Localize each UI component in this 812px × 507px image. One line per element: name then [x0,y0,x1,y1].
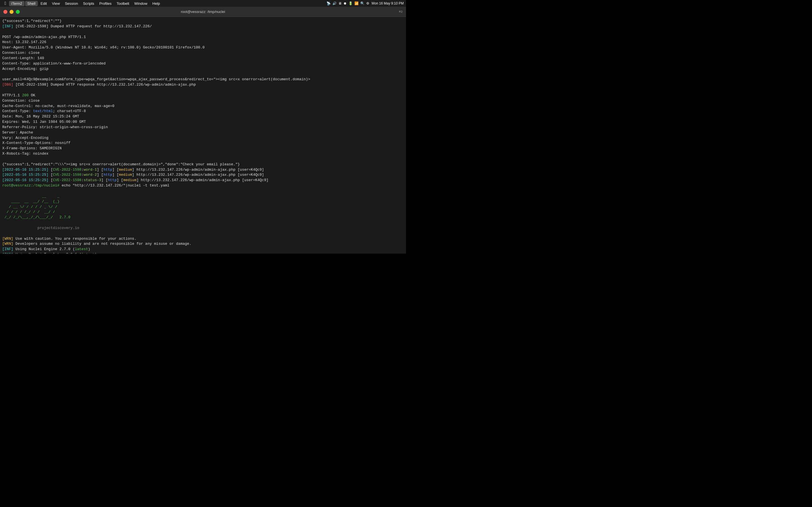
menubar:  iTerm2 Shell Edit View Session Scripts… [0,0,406,7]
line-18: Referrer-Policy: strict-origin-when-cros… [2,125,404,130]
menubar-shell[interactable]: Shell [25,1,38,6]
logo-line-2: ____ __ __/ /__ (_) [2,199,404,205]
line-blank-2 [2,71,404,77]
logo-line-3: / __ \/ / / / / _ \/ / [2,205,404,210]
line-10: user_mail=K4Qc9@example.com&form_type=wp… [2,77,404,82]
logo-line-5: /_/ /_/\__,_/_/\___/_/ 2.7.0 [2,215,404,220]
line-6: Connection: close [2,50,404,56]
display-icon: 🖥 [338,1,342,5]
line-3: POST /wp-admin/admin-ajax.php HTTP/1.1 [2,35,404,40]
battery-icon: 🔋 [349,1,353,5]
apple-menu[interactable]:  [2,1,8,6]
line-23: X-Robots-Tag: noindex [2,151,404,157]
line-21: X-Content-Type-Options: nosniff [2,140,404,146]
terminal-content[interactable]: {"success":1,"redirect":""} [INF] [CVE-2… [0,17,406,253]
logo-line-1: __ _ [2,194,404,199]
record-icon: ⏺ [343,1,347,5]
line-27: [2022-05-16 15:25:25] [CVE-2022-1598:sta… [2,178,404,183]
close-button[interactable] [3,10,7,14]
line-20: Vary: Accept-Encoding [2,135,404,141]
line-blank-5 [2,188,404,194]
line-4: Host: 13.232.147.226 [2,40,404,45]
line-26: [2022-05-16 15:25:25] [CVE-2022-1598:wor… [2,172,404,178]
line-blank-1 [2,29,404,35]
menubar-session[interactable]: Session [63,1,80,6]
kbd-indicator: ⌘2 [399,10,403,13]
line-16: Date: Mon, 16 May 2022 15:25:24 GMT [2,114,404,119]
line-5: User-Agent: Mozilla/5.0 (Windows NT 10.0… [2,45,404,50]
datetime: Mon 16 May 9:10 PM [371,1,404,5]
menubar-iterm2[interactable]: iTerm2 [9,1,24,6]
menubar-toolbelt[interactable]: Toolbelt [114,1,132,6]
terminal-window: root@vessrazz: /tmp/nuclei ⌘2 {"success"… [0,7,406,253]
control-center-icon[interactable]: ⚙ [366,1,369,5]
logo-line-4: / / / / /_/ / / __/ / [2,210,404,215]
line-15: Content-Type: text/html; charset=UTF-8 [2,109,404,114]
line-24: {"success":1,"redirect":"\\\"><img src=x… [2,162,404,167]
line-inf-templates: [INF] Using Nuclei Templates 9.0.1 (late… [2,252,404,253]
menubar-view[interactable]: View [50,1,62,6]
search-icon[interactable]: 🔍 [360,1,364,5]
volume-icon: 🔊 [333,1,337,5]
line-blank-7 [2,231,404,236]
menubar-window[interactable]: Window [132,1,149,6]
minimize-button[interactable] [10,10,13,14]
line-25: [2022-05-16 15:25:25] [CVE-2022-1598:wor… [2,167,404,173]
line-wrn-1: [WRN] Use with caution. You are responsi… [2,236,404,242]
line-17: Expires: Wed, 11 Jan 1984 05:00:00 GMT [2,119,404,125]
line-2: [INF] [CVE-2022-1598] Dumped HTTP reques… [2,24,404,29]
line-22: X-Frame-Options: SAMEORIGIN [2,146,404,151]
status-icons: 📡 🔊 🖥 ⏺ 🔋 📶 🔍 ⚙ [326,1,369,5]
line-28-prompt: root@vessrazz:/tmp/nuclei# echo "http://… [2,183,404,188]
window-title: root@vessrazz: /tmp/nuclei [181,10,225,14]
line-12: HTTP/1.1 200 OK [2,93,404,98]
maximize-button[interactable] [16,10,20,14]
line-1: {"success":1,"redirect":""} [2,18,404,24]
line-inf-engine: [INF] Using Nuclei Engine 2.7.0 (latest) [2,247,404,252]
line-blank-3 [2,88,404,93]
line-19: Server: Apache [2,130,404,135]
line-wrn-2: [WRN] Developers assume no liability and… [2,241,404,247]
line-14: Cache-Control: no-cache, must-revalidate… [2,104,404,109]
menubar-right: 📡 🔊 🖥 ⏺ 🔋 📶 🔍 ⚙ Mon 16 May 9:10 PM [326,1,404,5]
menubar-scripts[interactable]: Scripts [81,1,96,6]
line-13: Connection: close [2,98,404,104]
menubar-profiles[interactable]: Profiles [97,1,114,6]
titlebar: root@vessrazz: /tmp/nuclei ⌘2 [0,7,406,17]
menubar-help[interactable]: Help [150,1,162,6]
line-7: Content-Length: 140 [2,56,404,61]
menubar-edit[interactable]: Edit [38,1,49,6]
line-blank-4 [2,157,404,162]
screen-share-icon: 📡 [326,1,331,5]
window-controls [3,10,20,14]
logo-sub: projectdiscovery.io [2,226,404,231]
line-9: Accept-Encoding: gzip [2,66,404,72]
wifi-icon: 📶 [354,1,359,5]
line-11: [DBG] [CVE-2022-1598] Dumped HTTP respon… [2,82,404,88]
line-blank-6 [2,220,404,226]
line-8: Content-Type: application/x-www-form-url… [2,61,404,66]
